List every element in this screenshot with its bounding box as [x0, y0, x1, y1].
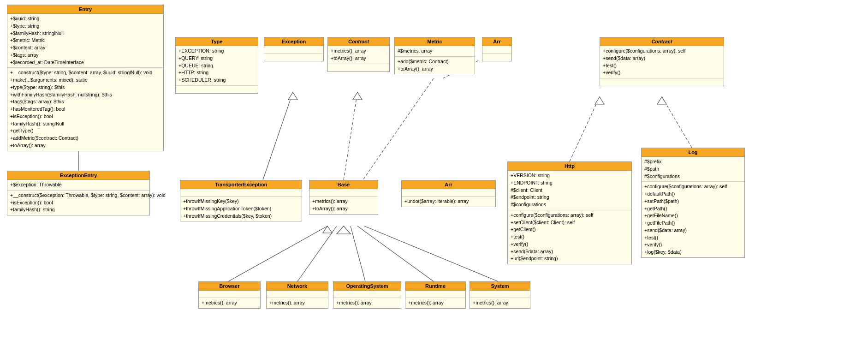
class-browser: Browser +metrics(): array	[198, 281, 261, 309]
svg-line-17	[351, 226, 365, 281]
class-http-methods: +configure($configurations: array): self…	[508, 210, 631, 264]
class-runtime-methods: +metrics(): array	[405, 298, 465, 308]
svg-line-4	[263, 92, 293, 180]
class-system-title: System	[470, 282, 530, 291]
svg-marker-15	[323, 226, 332, 233]
class-browser-attrs	[199, 291, 260, 298]
class-log-title: Log	[642, 148, 744, 157]
svg-marker-20	[337, 226, 351, 234]
class-operating-system-attrs	[333, 291, 401, 298]
class-base-attrs	[309, 189, 378, 197]
class-system: System +metrics(): array	[470, 281, 530, 309]
class-arr-top: Arr	[482, 37, 512, 61]
class-transporter-exception-title: TransporterException	[180, 180, 302, 189]
class-http-attrs: +VERSION: string +ENDPOINT: string #$cli…	[508, 171, 631, 210]
class-runtime-title: Runtime	[405, 282, 465, 291]
svg-marker-7	[353, 92, 362, 100]
class-transporter-exception-attrs	[180, 189, 302, 197]
class-contract-right-title: Contract	[600, 37, 724, 46]
svg-marker-5	[288, 92, 297, 100]
class-arr-mid-methods: +undot($array: iterable): array	[402, 197, 495, 207]
class-exception-entry-methods: +__construct($exception: Throwable, $typ…	[7, 191, 149, 215]
class-base: Base +metrics(): array+toArray(): array	[309, 180, 378, 215]
class-arr-mid-attrs	[402, 189, 495, 197]
class-arr-top-title: Arr	[482, 37, 511, 46]
class-entry-methods: +__construct($type: string, $content: ar…	[7, 68, 163, 150]
svg-line-9	[570, 97, 600, 161]
class-contract-right-methods: +configure($configurations: array): self…	[600, 46, 724, 78]
class-arr-top-attrs	[482, 46, 511, 54]
class-exception-attrs	[264, 46, 323, 54]
class-contract-right-extra	[600, 78, 724, 86]
svg-marker-12	[657, 97, 666, 104]
class-contract-top-title: Contract	[328, 37, 389, 46]
class-operating-system: OperatingSystem +metrics(): array	[333, 281, 401, 309]
svg-line-16	[297, 226, 337, 281]
class-runtime-attrs	[405, 291, 465, 298]
class-metric: Metric #$metrics: array +add($metric: Co…	[394, 37, 475, 74]
class-exception-entry: ExceptionEntry +$exception: Throwable +_…	[7, 171, 150, 215]
svg-line-11	[662, 97, 692, 148]
class-contract-top-extra	[328, 64, 389, 72]
class-system-attrs	[470, 291, 530, 298]
class-transporter-exception-methods: +throwIfMissingKey($key) +throwIfMissing…	[180, 197, 302, 221]
svg-line-18	[357, 226, 434, 281]
class-exception: Exception	[264, 37, 324, 61]
class-entry: Entry +$uuid: string+$type: string+$fami…	[7, 5, 164, 151]
svg-marker-10	[595, 97, 604, 104]
class-http: Http +VERSION: string +ENDPOINT: string …	[507, 161, 632, 264]
svg-line-14	[228, 226, 327, 281]
class-log-methods: +configure($configurations: array): self…	[642, 182, 744, 257]
class-entry-title: Entry	[7, 5, 163, 14]
class-system-methods: +metrics(): array	[470, 298, 530, 308]
class-transporter-exception: TransporterException +throwIfMissingKey(…	[180, 180, 302, 221]
svg-line-19	[364, 226, 498, 281]
class-metric-attrs: #$metrics: array	[395, 46, 475, 57]
class-network: Network +metrics(): array	[266, 281, 328, 309]
class-exception-title: Exception	[264, 37, 323, 46]
class-contract-right: Contract +configure($configurations: arr…	[600, 37, 724, 86]
class-metric-methods: +add($metric: Contract)+toArray(): array	[395, 57, 475, 74]
class-network-attrs	[267, 291, 328, 298]
class-base-title: Base	[309, 180, 378, 189]
uml-diagram: Entry +$uuid: string+$type: string+$fami…	[0, 0, 868, 340]
class-metric-title: Metric	[395, 37, 475, 46]
class-entry-attrs: +$uuid: string+$type: string+$familyHash…	[7, 14, 163, 68]
class-network-title: Network	[267, 282, 328, 291]
class-type: Type +EXCEPTION: string+QUERY: string+QU…	[175, 37, 258, 94]
class-arr-mid: Arr +undot($array: iterable): array	[401, 180, 496, 207]
class-log-attrs: #$prefix#$path#$configurations	[642, 157, 744, 182]
class-exception-entry-title: ExceptionEntry	[7, 171, 149, 180]
class-network-methods: +metrics(): array	[267, 298, 328, 308]
class-contract-top: Contract +metrics(): array+toArray(): ar…	[327, 37, 390, 72]
class-exception-entry-attrs: +$exception: Throwable	[7, 180, 149, 191]
class-operating-system-title: OperatingSystem	[333, 282, 401, 291]
class-operating-system-methods: +metrics(): array	[333, 298, 401, 308]
class-browser-title: Browser	[199, 282, 260, 291]
class-arr-top-methods	[482, 54, 511, 61]
class-log: Log #$prefix#$path#$configurations +conf…	[641, 148, 745, 258]
class-type-attrs: +EXCEPTION: string+QUERY: string+QUEUE: …	[176, 46, 258, 86]
class-type-methods	[176, 86, 258, 93]
class-type-title: Type	[176, 37, 258, 46]
class-http-title: Http	[508, 162, 631, 171]
svg-line-6	[344, 92, 357, 180]
class-contract-top-methods: +metrics(): array+toArray(): array	[328, 46, 389, 64]
class-arr-mid-title: Arr	[402, 180, 495, 189]
class-base-methods: +metrics(): array+toArray(): array	[309, 197, 378, 214]
class-browser-methods: +metrics(): array	[199, 298, 260, 308]
class-runtime: Runtime +metrics(): array	[405, 281, 466, 309]
class-exception-methods	[264, 54, 323, 61]
